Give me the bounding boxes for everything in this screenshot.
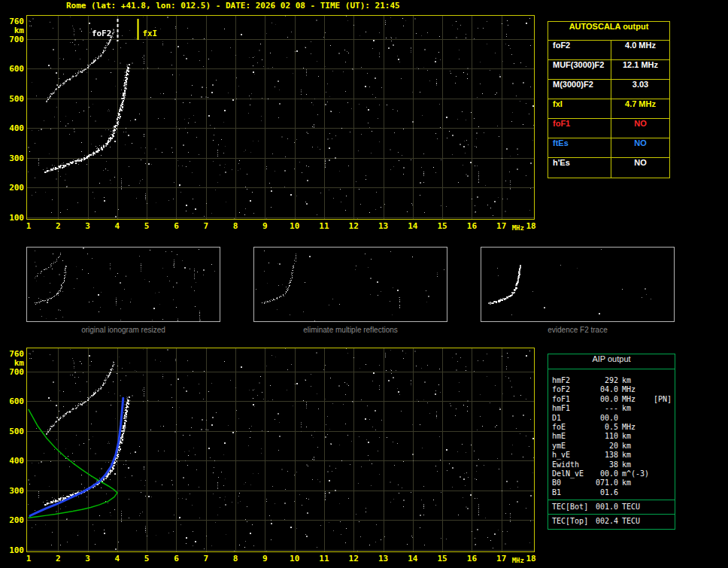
x-tick-label: 14 bbox=[405, 221, 421, 231]
aip-param-value: 071.0 bbox=[593, 478, 618, 487]
aip-param-label: foE bbox=[552, 423, 593, 431]
autoscala-param-value: NO bbox=[611, 158, 669, 178]
y-tick-label: 300 bbox=[9, 486, 24, 496]
autoscala-row-fxi: fxI4.7 MHz bbox=[548, 99, 669, 119]
x-tick-label: 17 bbox=[493, 221, 510, 231]
aip-param-unit: TECU bbox=[622, 517, 652, 525]
aip-row-delnve: DelN_vE00.0m^(-3) bbox=[552, 469, 673, 478]
aip-param-label: D1 bbox=[552, 414, 593, 422]
y-tick-label: 700 bbox=[9, 367, 24, 377]
thumbnail-eliminate-reflections bbox=[253, 247, 447, 322]
x-tick-label: 3 bbox=[80, 554, 96, 563]
aip-row-b0: B0071.0km bbox=[552, 478, 673, 488]
x-tick-label: 2 bbox=[50, 554, 66, 563]
aip-param-value: 138 bbox=[593, 451, 618, 459]
ionogram-panel-top: foF2 fxI bbox=[26, 15, 535, 220]
aip-row-b1: B101.6 bbox=[552, 488, 673, 497]
aip-param-unit: MHz bbox=[622, 423, 652, 431]
aip-param-unit: TECU bbox=[622, 503, 652, 511]
x-axis-labels-top: 123456789101112131415161718MHz bbox=[27, 221, 546, 232]
aip-row-tecbot: TEC[Bot]001.0TECU bbox=[552, 503, 673, 512]
x-tick-label: 8 bbox=[227, 554, 244, 563]
y-axis-labels-bottom: 760km700600500400300200100 bbox=[2, 348, 25, 553]
x-tick-label: 11 bbox=[316, 221, 332, 231]
x-tick-label: 5 bbox=[138, 221, 155, 231]
thumbnail-canvas-eliminate bbox=[254, 248, 447, 321]
autoscala-param-value: NO bbox=[611, 138, 669, 157]
thumbnail-canvas-evidence bbox=[481, 248, 674, 321]
x-tick-label: 16 bbox=[463, 554, 480, 563]
aip-row-fof1: foF100.0MHz[PN] bbox=[552, 395, 673, 404]
y-tick-label: 600 bbox=[9, 64, 24, 74]
y-axis-labels-top: 760km700600500400300200100 bbox=[2, 16, 25, 220]
aip-param-value: 00.0 bbox=[593, 395, 618, 403]
aip-row-foe: foE0.5MHz bbox=[552, 423, 673, 432]
x-tick-label: 12 bbox=[345, 554, 362, 563]
autoscala-param-value: 4.0 MHz bbox=[611, 41, 669, 59]
autoscala-table-header: AUTOSCALA output bbox=[548, 22, 669, 41]
thumbnail-caption-evidence: evidence F2 trace bbox=[481, 326, 675, 334]
aip-param-unit: km bbox=[622, 442, 652, 450]
autoscala-param-value: 12.1 MHz bbox=[611, 60, 669, 79]
x-tick-label: 2 bbox=[50, 221, 66, 231]
x-tick-label: 16 bbox=[463, 221, 480, 231]
autoscala-param-label: MUF(3000)F2 bbox=[548, 60, 611, 79]
autoscala-output-table: AUTOSCALA output foF24.0 MHzMUF(3000)F21… bbox=[548, 21, 670, 178]
x-tick-label: 7 bbox=[198, 221, 214, 231]
autoscala-table-rows: foF24.0 MHzMUF(3000)F212.1 MHzM(3000)F23… bbox=[548, 41, 669, 178]
y-tick-label: 600 bbox=[9, 396, 24, 406]
thumbnail-evidence-f2 bbox=[481, 247, 675, 322]
x-tick-label: 14 bbox=[405, 554, 421, 563]
autoscala-param-label: ftEs bbox=[548, 138, 611, 157]
x-tick-label: 15 bbox=[434, 221, 450, 231]
aip-param-unit: MHz bbox=[622, 385, 652, 393]
aip-param-unit: m^(-3) bbox=[622, 469, 652, 478]
aip-param-unit: km bbox=[622, 404, 652, 412]
aip-row-d1: D100.0 bbox=[552, 414, 673, 423]
aip-param-label: TEC[Bot] bbox=[552, 503, 593, 511]
ionogram-panel-bottom bbox=[26, 348, 535, 552]
aip-row-tectop: TEC[Top]002.4TECU bbox=[552, 517, 673, 526]
aip-row-hmf1: hmF1---km bbox=[552, 404, 673, 413]
x-tick-label: 9 bbox=[256, 221, 273, 231]
x-tick-label: 12 bbox=[345, 221, 362, 231]
aip-param-label: TEC[Top] bbox=[552, 517, 593, 525]
aip-param-label: foF2 bbox=[552, 385, 593, 393]
aip-param-label: hmF1 bbox=[552, 404, 593, 412]
y-tick-label: 200 bbox=[9, 515, 24, 525]
y-tick-label: 700 bbox=[9, 35, 24, 44]
x-tick-label: 15 bbox=[434, 554, 450, 563]
x-tick-label: 4 bbox=[109, 554, 126, 563]
aip-param-value: 00.0 bbox=[593, 469, 618, 478]
aip-param-value: 001.0 bbox=[593, 503, 618, 511]
autoscala-param-label: fxI bbox=[548, 99, 611, 118]
autoscala-screen: Rome (lat: +41.8, lon: 012.5) - DATE: 20… bbox=[0, 0, 728, 568]
y-tick-label: 500 bbox=[9, 427, 24, 436]
aip-param-value: 292 bbox=[593, 376, 618, 384]
aip-param-label: Ewidth bbox=[552, 460, 593, 469]
aip-param-value: 01.6 bbox=[593, 488, 618, 497]
y-tick-label: 200 bbox=[9, 183, 24, 193]
thumbnail-caption-eliminate: eliminate multiple reflections bbox=[253, 326, 447, 334]
x-tick-label: 11 bbox=[316, 554, 332, 563]
x-tick-label: 6 bbox=[168, 221, 184, 231]
aip-param-extra: [PN] bbox=[654, 395, 672, 403]
x-tick-label: 1 bbox=[20, 221, 37, 231]
aip-param-unit: MHz bbox=[622, 395, 652, 403]
aip-param-label: DelN_vE bbox=[552, 469, 593, 478]
y-tick-label: 400 bbox=[9, 123, 24, 133]
x-tick-label: 18 bbox=[523, 221, 539, 231]
x-tick-label: 13 bbox=[375, 554, 392, 563]
autoscala-param-value: 3.03 bbox=[611, 80, 669, 99]
x-axis-labels-bottom: 123456789101112131415161718MHz bbox=[27, 554, 546, 564]
aip-output-table: AIP output hmF2292kmfoF204.0MHzfoF100.0M… bbox=[548, 354, 675, 530]
y-tick-label: 400 bbox=[9, 456, 24, 466]
fxI-marker-label: fxI bbox=[142, 29, 157, 38]
x-tick-label: 3 bbox=[80, 221, 96, 231]
aip-param-label: hmE bbox=[552, 432, 593, 440]
aip-separator bbox=[548, 514, 675, 515]
aip-param-value: 04.0 bbox=[593, 385, 618, 393]
foF2-marker-label: foF2 bbox=[92, 29, 112, 38]
autoscala-param-label: M(3000)F2 bbox=[548, 80, 611, 99]
aip-param-unit: km bbox=[622, 432, 652, 440]
